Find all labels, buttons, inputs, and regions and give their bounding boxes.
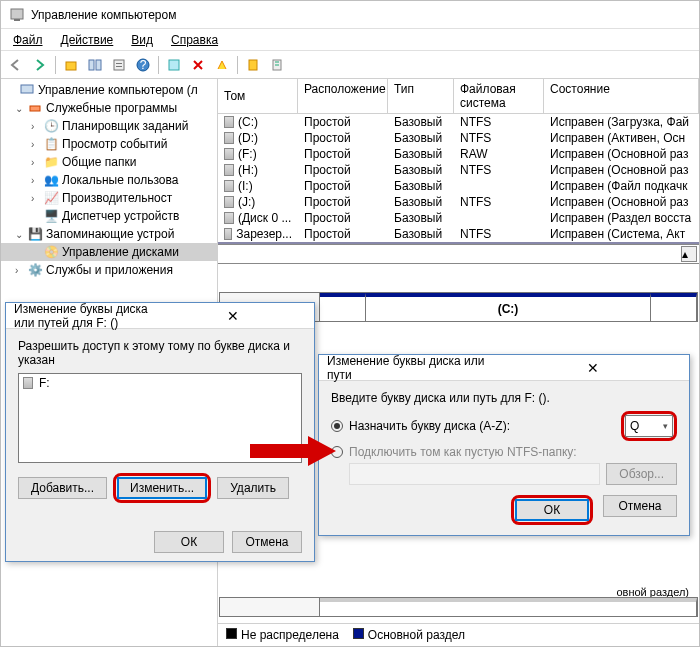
tree-storage[interactable]: ⌄💾Запоминающие устрой [1, 225, 217, 243]
tree-root-item[interactable]: Управление компьютером (л [1, 81, 217, 99]
help-button[interactable]: ? [132, 54, 154, 76]
dialog2-title: Изменение буквы диска или пути [327, 354, 504, 382]
volume-row[interactable]: (C:)ПростойБазовыйNTFSИсправен (Загрузка… [218, 114, 699, 130]
close-icon[interactable]: ✕ [504, 360, 681, 376]
tree-task-scheduler[interactable]: ›🕒Планировщик заданий [1, 117, 217, 135]
perf-icon: 📈 [43, 190, 59, 206]
disk-map-row-2[interactable] [219, 597, 698, 617]
drive-letter-select[interactable]: Q ▾ [625, 415, 673, 437]
change-button[interactable]: Изменить... [117, 477, 207, 499]
col-volume[interactable]: Том [218, 79, 298, 113]
svg-rect-7 [116, 66, 122, 67]
listbox-item[interactable]: F: [39, 376, 50, 390]
disk-header-2[interactable] [220, 598, 320, 616]
volume-row[interactable]: (I:)ПростойБазовыйИсправен (Файл подкачк [218, 178, 699, 194]
svg-rect-4 [96, 60, 101, 70]
dialog2-titlebar: Изменение буквы диска или пути ✕ [319, 355, 689, 381]
toolbar: ? [1, 51, 699, 79]
event-icon: 📋 [43, 136, 59, 152]
ok-button[interactable]: ОК [154, 531, 224, 553]
app-icon [9, 7, 25, 23]
action-button[interactable] [266, 54, 288, 76]
disk-partition-1[interactable] [320, 293, 366, 321]
dialog2-description: Введите букву диска или путь для F: (). [331, 391, 677, 405]
new-button[interactable] [242, 54, 264, 76]
tree-event-viewer[interactable]: ›📋Просмотр событий [1, 135, 217, 153]
folder-path-input [349, 463, 600, 485]
back-button[interactable] [5, 54, 27, 76]
highlight-ok: ОК [511, 495, 593, 525]
shared-icon: 📁 [43, 154, 59, 170]
menu-action[interactable]: Действие [53, 31, 122, 49]
svg-rect-14 [30, 106, 40, 111]
menu-help[interactable]: Справка [163, 31, 226, 49]
menu-view[interactable]: Вид [123, 31, 161, 49]
ok-button[interactable]: ОК [515, 499, 589, 521]
svg-rect-3 [89, 60, 94, 70]
dialog-titlebar: Изменение буквы диска или путей для F: (… [6, 303, 314, 329]
options-button[interactable] [211, 54, 233, 76]
legend: Не распределена Основной раздел [218, 623, 699, 646]
tree-performance[interactable]: ›📈Производительност [1, 189, 217, 207]
volume-row[interactable]: Зарезер...ПростойБазовыйNTFSИсправен (Си… [218, 226, 699, 242]
svg-rect-0 [11, 9, 23, 19]
col-status[interactable]: Состояние [544, 79, 699, 113]
remove-button[interactable]: Удалить [217, 477, 289, 499]
volume-row[interactable]: (F:)ПростойБазовыйRAWИсправен (Основной … [218, 146, 699, 162]
volume-icon [224, 116, 234, 128]
dialog-title: Изменение буквы диска или путей для F: (… [14, 302, 160, 330]
view-button-1[interactable] [84, 54, 106, 76]
close-icon[interactable]: ✕ [160, 308, 306, 324]
volume-row[interactable]: (H:)ПростойБазовыйNTFSИсправен (Основной… [218, 162, 699, 178]
cancel-button[interactable]: Отмена [232, 531, 302, 553]
volume-icon [224, 180, 234, 192]
assign-letter-radio[interactable]: Назначить букву диска (A-Z): Q ▾ [331, 411, 677, 441]
tree-sys-tools[interactable]: ⌄ Служебные программы [1, 99, 217, 117]
add-button[interactable]: Добавить... [18, 477, 107, 499]
disk-partition-c[interactable]: (C:) [366, 293, 651, 321]
change-letter-dialog: Изменение буквы диска или путей для F: (… [5, 302, 315, 562]
tree-local-users[interactable]: ›👥Локальные пользова [1, 171, 217, 189]
delete-button[interactable] [187, 54, 209, 76]
volume-list: Том Расположение Тип Файловая система Со… [218, 79, 699, 244]
storage-icon: 💾 [27, 226, 43, 242]
volume-header: Том Расположение Тип Файловая система Со… [218, 79, 699, 114]
chevron-down-icon: ▾ [663, 421, 668, 431]
svg-rect-5 [114, 60, 124, 70]
svg-rect-2 [66, 62, 76, 70]
volume-row[interactable]: (Диск 0 ...ПростойБазовыйИсправен (Разде… [218, 210, 699, 226]
highlight-letter-select: Q ▾ [621, 411, 677, 441]
volume-row[interactable]: (D:)ПростойБазовыйNTFSИсправен (Активен,… [218, 130, 699, 146]
menubar: Файл Действие Вид Справка [1, 29, 699, 51]
legend-primary: Основной раздел [353, 628, 465, 642]
tree-disk-management[interactable]: 📀Управление дисками [1, 243, 217, 261]
volume-icon [224, 228, 232, 240]
svg-rect-6 [116, 63, 122, 64]
properties-button[interactable] [108, 54, 130, 76]
menu-file[interactable]: Файл [5, 31, 51, 49]
tree-device-manager[interactable]: 🖥️Диспетчер устройств [1, 207, 217, 225]
scroll-up-icon[interactable]: ▴ [681, 246, 697, 262]
mount-folder-radio[interactable]: Подключить том как пустую NTFS-папку: [331, 445, 677, 459]
radio-on-icon [331, 420, 343, 432]
device-icon: 🖥️ [43, 208, 59, 224]
col-fs[interactable]: Файловая система [454, 79, 544, 113]
volume-icon [224, 132, 234, 144]
disk-partition-empty[interactable] [320, 598, 697, 616]
svg-text:?: ? [140, 58, 147, 72]
volume-row[interactable]: (J:)ПростойБазовыйNTFSИсправен (Основной… [218, 194, 699, 210]
col-type[interactable]: Тип [388, 79, 454, 113]
up-button[interactable] [60, 54, 82, 76]
tree-shared-folders[interactable]: ›📁Общие папки [1, 153, 217, 171]
tree-services[interactable]: ›⚙️Службы и приложения [1, 261, 217, 279]
forward-button[interactable] [29, 54, 51, 76]
titlebar: Управление компьютером [1, 1, 699, 29]
cancel-button[interactable]: Отмена [603, 495, 677, 517]
disk-partition-3[interactable] [651, 293, 697, 321]
col-layout[interactable]: Расположение [298, 79, 388, 113]
disk-icon: 📀 [43, 244, 59, 260]
splitter-bar[interactable]: ▴ [218, 244, 699, 264]
path-listbox[interactable]: F: [18, 373, 302, 463]
refresh-button[interactable] [163, 54, 185, 76]
drive-icon [23, 377, 33, 389]
